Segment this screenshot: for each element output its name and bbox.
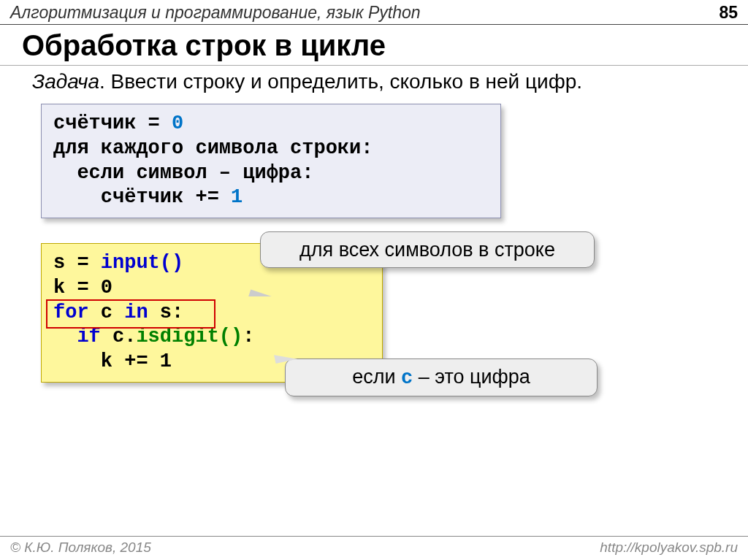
code-l4a: if — [53, 326, 101, 348]
pseudo-line-4b: 1 — [231, 186, 243, 208]
task-label: Задача — [32, 70, 99, 93]
pseudo-line-4a: счётчик += — [53, 186, 231, 208]
code-l3a: for — [53, 302, 89, 323]
code-l3d: s: — [148, 302, 184, 323]
code-l3b: c — [89, 302, 125, 323]
footer-bar: © К.Ю. Поляков, 2015 http://kpolyakov.sp… — [0, 536, 748, 560]
callout-bottom-pre: если — [352, 366, 401, 388]
pseudocode-block: счётчик = 0 для каждого символа строки: … — [41, 104, 501, 218]
callout-for-loop: для всех символов в строке — [260, 231, 595, 268]
page-number: 85 — [719, 3, 738, 23]
pseudo-line-1a: счётчик = — [53, 112, 172, 134]
pseudo-line-1b: 0 — [172, 112, 183, 134]
footer-url: http://kpolyakov.spb.ru — [600, 540, 738, 556]
task-statement: Задача. Ввести строку и определить, скол… — [0, 66, 748, 99]
callout-bottom-post: – это цифра — [413, 366, 530, 388]
header-bar: Алгоритмизация и программирование, язык … — [0, 0, 748, 25]
task-text: . Ввести строку и определить, сколько в … — [99, 70, 582, 93]
pseudo-line-3: если символ – цифра: — [53, 161, 489, 186]
pseudo-line-2: для каждого символа строки: — [53, 137, 489, 161]
code-l1a: s = — [53, 252, 101, 274]
callout-isdigit: если c – это цифра — [285, 358, 598, 396]
chapter-title: Алгоритмизация и программирование, язык … — [10, 3, 421, 23]
code-l4c: isdigit() — [136, 326, 243, 348]
code-l4b: c. — [101, 326, 137, 348]
page-title: Обработка строк в цикле — [0, 25, 748, 66]
code-l3c: in — [124, 302, 148, 323]
callout-bottom-code: c — [401, 367, 413, 389]
code-l1b: input() — [101, 252, 183, 274]
code-l2: k = 0 — [53, 276, 370, 301]
code-l4d: : — [243, 326, 254, 348]
copyright: © К.Ю. Поляков, 2015 — [10, 540, 151, 556]
callout-top-text: для всех символов в строке — [299, 239, 555, 261]
